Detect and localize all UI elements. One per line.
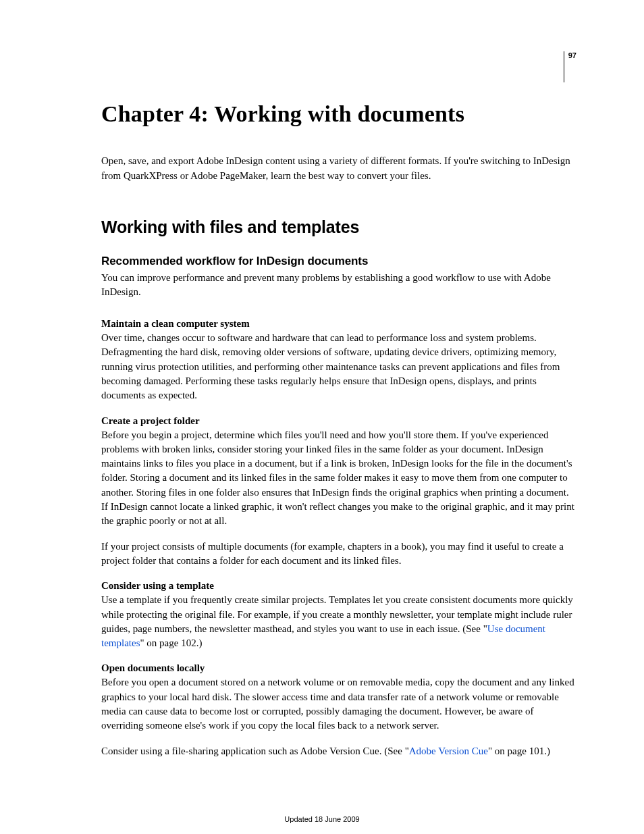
page-footer: Updated 18 June 2009: [0, 815, 644, 823]
topic-paragraph: Consider using a file-sharing applicatio…: [101, 744, 576, 758]
page-number-text: 97: [568, 51, 576, 59]
topic-title: Consider using a template: [101, 580, 576, 592]
subsection-title: Recommended workflow for InDesign docume…: [101, 255, 576, 268]
topic-block: Maintain a clean computer system Over ti…: [101, 318, 576, 402]
topic-paragraph: Before you begin a project, determine wh…: [101, 428, 576, 529]
topic-paragraph: Over time, changes occur to software and…: [101, 331, 576, 402]
adobe-version-cue-link[interactable]: Adobe Version Cue: [409, 746, 488, 756]
topic-block: Consider using a template Use a template…: [101, 580, 576, 650]
topic-title: Create a project folder: [101, 415, 576, 427]
chapter-title: Chapter 4: Working with documents: [101, 101, 576, 127]
topic-paragraph: Before you open a document stored on a n…: [101, 675, 576, 733]
topic-title: Maintain a clean computer system: [101, 318, 576, 330]
chapter-intro: Open, save, and export Adobe InDesign co…: [101, 154, 576, 184]
topic-block: Open documents locally Before you open a…: [101, 662, 576, 758]
text-run: " on page 102.): [140, 637, 202, 648]
topic-block: Create a project folder Before you begin…: [101, 415, 576, 569]
topic-paragraph: Use a template if you frequently create …: [101, 593, 576, 650]
page-content: Chapter 4: Working with documents Open, …: [0, 0, 644, 811]
subsection-intro: You can improve performance and prevent …: [101, 271, 576, 300]
text-run: " on page 101.): [488, 746, 550, 756]
text-run: Consider using a file-sharing applicatio…: [101, 746, 409, 756]
topic-title: Open documents locally: [101, 662, 576, 674]
page-number: 97: [564, 51, 576, 82]
section-title: Working with files and templates: [101, 217, 576, 237]
topic-paragraph: If your project consists of multiple doc…: [101, 540, 576, 569]
